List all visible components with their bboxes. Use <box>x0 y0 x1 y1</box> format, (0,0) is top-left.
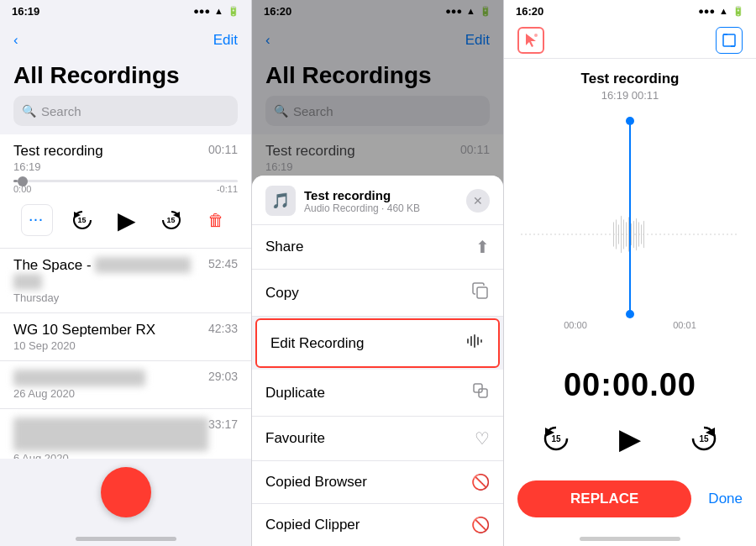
sheet-close-button[interactable]: ✕ <box>466 189 490 213</box>
status-time-1: 16:19 <box>12 5 39 18</box>
rec-duration: 33:17 <box>208 417 238 431</box>
delete-button-1[interactable]: 🗑 <box>201 205 231 235</box>
sheet-subtitle: Audio Recording · 460 KB <box>304 202 466 214</box>
expanded-recording-item[interactable]: Test recording 16:19 00:11 0:00 -0:11 ··… <box>0 134 251 249</box>
record-button[interactable] <box>101 467 151 517</box>
ed-rewind-button[interactable]: 15 <box>536 418 576 459</box>
rec-title-blurred: WMSU blurred recording name <box>13 417 208 451</box>
svg-rect-10 <box>474 384 482 392</box>
panel-all-recordings-1: 16:19 ●●● ▲ 🔋 ‹ Edit All Recordings 🔍 Se… <box>0 0 252 546</box>
exp-duration: 00:11 <box>208 143 238 156</box>
rec-title: The Space - blurred content here <box>13 257 208 291</box>
waveform-time-left: 00:00 <box>564 320 587 330</box>
copy-icon <box>471 281 490 304</box>
rec-title-blurred: Broadway 10 blurred <box>13 370 145 386</box>
battery-icon: 🔋 <box>228 6 239 17</box>
blurred-text: blurred content here <box>13 257 191 290</box>
rec-duration: 29:03 <box>208 370 238 383</box>
share-icon: ⬆ <box>475 237 490 257</box>
rec-duration: 42:33 <box>208 322 238 335</box>
copy-svg-icon <box>471 281 490 300</box>
duplicate-label: Duplicate <box>265 385 325 402</box>
copied-browser-item[interactable]: Copied Browser 🚫 <box>252 461 503 504</box>
list-item[interactable]: The Space - blurred content here Thursda… <box>0 249 251 313</box>
copied-browser-icon: 🚫 <box>471 473 490 491</box>
copy-label: Copy <box>265 285 299 302</box>
svg-rect-19 <box>618 224 619 244</box>
favourite-icon: ♡ <box>475 428 490 449</box>
replace-button[interactable]: REPLACE <box>517 480 691 517</box>
panel-editor: 16:20 ●●● ▲ 🔋 Test recording 16:19 00:11 <box>504 0 756 546</box>
sheet-title: Test recording <box>304 188 466 202</box>
svg-rect-27 <box>638 222 639 247</box>
editor-rec-meta: 16:19 00:11 <box>504 89 756 110</box>
favourite-action-item[interactable]: Favourite ♡ <box>252 417 503 461</box>
ed-rewind-label: 15 <box>551 434 560 444</box>
editor-controls: 15 ▶ 15 <box>504 415 756 474</box>
player-controls-1: ··· 15 ▶ 15 🗑 <box>13 204 238 236</box>
list-item[interactable]: Broadway 10 blurred 26 Aug 2020 29:03 <box>0 361 251 409</box>
search-icon-1: 🔍 <box>22 104 36 118</box>
recordings-list-1: Test recording 16:19 00:11 0:00 -0:11 ··… <box>0 134 251 459</box>
edit-recording-item[interactable]: Edit Recording <box>255 318 500 368</box>
forward-label-1: 15 <box>166 216 175 224</box>
editor-rec-title: Test recording <box>504 59 756 89</box>
timer-display: 00:00.00 <box>504 359 756 415</box>
cursor-tool-button[interactable] <box>517 27 544 54</box>
rec-title: WG 10 September RX <box>13 322 155 339</box>
status-icons-3: ●●● ▲ 🔋 <box>698 6 744 17</box>
ed-forward-button[interactable]: 15 <box>684 418 724 459</box>
done-button[interactable]: Done <box>708 491 743 507</box>
favourite-label: Favourite <box>265 430 325 447</box>
page-title-1: All Recordings <box>0 59 251 96</box>
svg-rect-17 <box>613 222 614 247</box>
signal-icon-3: ●●● <box>698 6 715 16</box>
crop-tool-button[interactable] <box>716 27 743 54</box>
edit-button-1[interactable]: Edit <box>213 32 238 49</box>
duplicate-action-item[interactable]: Duplicate <box>252 370 503 417</box>
svg-rect-25 <box>633 221 634 249</box>
crop-icon <box>721 32 738 49</box>
edit-recording-icon <box>466 332 485 354</box>
rewind-button-1[interactable]: 15 <box>67 205 97 235</box>
editor-toolbar <box>504 22 756 59</box>
copied-clipper-item[interactable]: Copied Clipper 🚫 <box>252 504 503 546</box>
copied-clipper-label: Copied Clipper <box>265 517 360 533</box>
exp-title: Test recording <box>13 143 103 160</box>
forward-button-1[interactable]: 15 <box>156 205 186 235</box>
ed-forward-label: 15 <box>699 434 708 444</box>
share-action-item[interactable]: Share ⬆ <box>252 225 503 270</box>
home-bar <box>76 537 176 541</box>
rewind-label-1: 15 <box>77 216 86 224</box>
home-indicator-3 <box>504 526 756 546</box>
edit-recording-label: Edit Recording <box>270 335 365 352</box>
home-indicator-1 <box>0 526 251 546</box>
rec-date: 10 Sep 2020 <box>13 339 155 352</box>
cursor-icon <box>522 32 539 49</box>
share-sheet-header: 🎵 Test recording Audio Recording · 460 K… <box>252 176 503 225</box>
svg-rect-11 <box>479 389 487 397</box>
sheet-thumbnail: 🎵 <box>265 186 296 216</box>
more-options-button[interactable]: ··· <box>21 204 53 236</box>
waveform-container[interactable]: 00:00 00:01 <box>504 110 756 359</box>
svg-rect-28 <box>641 224 642 244</box>
share-sheet: 🎵 Test recording Audio Recording · 460 K… <box>252 176 503 546</box>
search-bar-1[interactable]: 🔍 Search <box>13 96 238 126</box>
ed-play-button[interactable]: ▶ <box>606 415 654 462</box>
record-area <box>0 459 251 526</box>
panel-all-recordings-2: 16:20 ●●● ▲ 🔋 ‹ Edit All Recordings 🔍 Se… <box>252 0 504 546</box>
back-button-1[interactable]: ‹ <box>13 32 18 49</box>
progress-track <box>13 180 238 182</box>
signal-icon: ●●● <box>193 6 210 16</box>
list-item[interactable]: WMSU blurred recording name 6 Aug 2020 3… <box>0 409 251 459</box>
play-button-1[interactable]: ▶ <box>112 205 142 235</box>
svg-rect-9 <box>480 339 482 343</box>
copy-action-item[interactable]: Copy <box>252 270 503 317</box>
svg-rect-8 <box>477 337 479 345</box>
rec-duration: 52:45 <box>208 257 238 270</box>
wifi-icon: ▲ <box>214 6 223 16</box>
progress-bar[interactable]: 0:00 -0:11 <box>13 180 238 194</box>
exp-date: 16:19 <box>13 160 103 173</box>
list-item[interactable]: WG 10 September RX 10 Sep 2020 42:33 <box>0 313 251 361</box>
editor-actions: REPLACE Done <box>504 474 756 526</box>
